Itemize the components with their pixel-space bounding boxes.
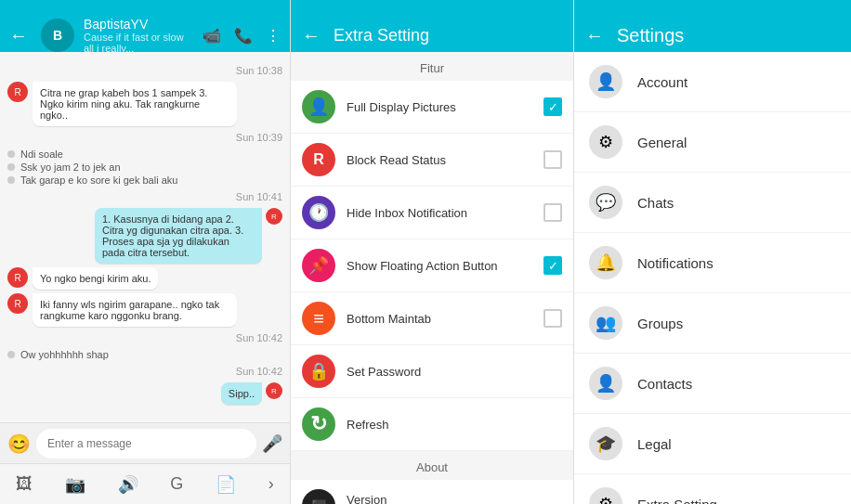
date-separator-4: Sun 10:42	[7, 332, 282, 343]
floating-action-checkbox[interactable]	[543, 256, 562, 275]
display-pictures-label: Full Display Pictures	[347, 100, 532, 114]
chats-label: Chats	[637, 195, 674, 211]
settings-title: Settings	[617, 25, 684, 46]
version-item: ⬛ Version 3.0.1.25	[291, 480, 573, 504]
settings-header: ← Settings	[574, 0, 851, 52]
sent-avatar: R	[266, 208, 282, 225]
set-password-label: Set Password	[347, 365, 562, 379]
bottom-maintab-label: Bottom Maintab	[347, 312, 532, 326]
legal-label: Legal	[637, 436, 672, 452]
message-input[interactable]	[36, 429, 256, 459]
refresh-item[interactable]: ↻ Refresh	[291, 398, 573, 451]
display-pictures-icon: 👤	[302, 90, 335, 123]
settings-item-notifications[interactable]: 🔔 Notifications	[574, 233, 851, 293]
general-label: General	[637, 135, 687, 150]
extra-setting-icon: ⚙	[589, 487, 622, 504]
chat-header-actions: 📹 📞 ⋮	[203, 27, 281, 45]
hide-inbox-checkbox[interactable]	[543, 203, 562, 222]
message-sent: 1. Kasusnya di bidang apa 2. Citra yg di…	[7, 208, 282, 264]
extra-back-button[interactable]: ←	[302, 25, 321, 46]
message-received: R Citra ne grap kabeh bos 1 sampek 3. Ng…	[7, 82, 282, 126]
settings-item-general[interactable]: ⚙ General	[574, 112, 851, 173]
bullet-text: Ndi soale	[20, 149, 63, 160]
bottom-maintab-item[interactable]: ≡ Bottom Maintab	[291, 292, 573, 345]
chat-back-button[interactable]: ←	[9, 25, 28, 46]
settings-panel: ← Settings 👤 Account ⚙ General 💬 Chats 🔔…	[574, 0, 851, 504]
settings-item-extra[interactable]: ⚙ Extra Setting	[574, 474, 851, 504]
settings-back-button[interactable]: ←	[585, 25, 604, 46]
date-separator: Sun 10:38	[7, 65, 282, 76]
google-icon[interactable]: G	[170, 474, 183, 494]
notifications-label: Notifications	[637, 255, 714, 271]
bottom-maintab-icon: ≡	[302, 302, 335, 335]
extra-setting-header: ← Extra Setting	[291, 0, 573, 52]
sent-avatar-2: R	[266, 382, 282, 399]
about-section-label: About	[291, 451, 573, 480]
settings-item-legal[interactable]: 🎓 Legal	[574, 414, 851, 474]
bullet-dot	[7, 150, 15, 158]
display-pictures-checkbox[interactable]	[543, 97, 562, 116]
chat-header: ← B BaptistaYV Cause if it fast or slow …	[0, 0, 290, 52]
settings-item-account[interactable]: 👤 Account	[574, 52, 851, 112]
sent-bubble: 1. Kasusnya di bidang apa 2. Citra yg di…	[95, 208, 262, 264]
block-read-icon: R	[302, 143, 335, 176]
phone-icon[interactable]: 📞	[234, 27, 253, 45]
set-password-icon: 🔒	[302, 355, 335, 388]
bullet-message-3: Tak garap e ko sore ki gek bali aku	[7, 174, 282, 186]
mic-button[interactable]: 🎤	[262, 433, 282, 454]
bullet-message: Ndi soale	[7, 149, 282, 160]
fitur-section-label: Fitur	[291, 52, 573, 81]
set-password-item[interactable]: 🔒 Set Password	[291, 345, 573, 398]
message-bubble-3: Iki fanny wls ngirim garapane.. ngko tak…	[33, 293, 237, 327]
more-options-icon[interactable]: ⋮	[266, 27, 281, 45]
settings-list: 👤 Account ⚙ General 💬 Chats 🔔 Notificati…	[574, 52, 851, 504]
sender-avatar-2: R	[7, 267, 28, 288]
chat-contact-name: BaptistaYV	[84, 17, 193, 32]
chat-contact-status: Cause if it fast or slow all i really...	[84, 32, 193, 54]
chats-icon: 💬	[589, 186, 622, 219]
sent-bubble-2: Sipp..	[221, 382, 262, 405]
bullet-dot-3	[7, 176, 15, 184]
version-label: Version	[347, 493, 386, 505]
block-read-checkbox[interactable]	[543, 150, 562, 169]
audio-icon[interactable]: 🔊	[118, 474, 138, 495]
chat-avatar: B	[41, 19, 74, 52]
bullet-message-4: Ow yohhhhhh shap	[7, 349, 282, 360]
account-label: Account	[637, 74, 687, 90]
settings-item-groups[interactable]: 👥 Groups	[574, 293, 851, 354]
bullet-message-2: Ssk yo jam 2 to jek an	[7, 162, 282, 173]
video-call-icon[interactable]: 📹	[203, 27, 221, 45]
message-sent-2: Sipp.. R	[7, 382, 282, 405]
floating-action-item[interactable]: 📌 Show Floating Action Button	[291, 239, 573, 292]
chat-messages-area: Sun 10:38 R Citra ne grap kabeh bos 1 sa…	[0, 52, 290, 422]
block-read-status-item[interactable]: R Block Read Status	[291, 134, 573, 187]
date-separator-3: Sun 10:41	[7, 191, 282, 202]
date-separator-2: Sun 10:39	[7, 132, 282, 143]
bullet-text-3: Tak garap e ko sore ki gek bali aku	[20, 174, 177, 186]
chat-header-info: BaptistaYV Cause if it fast or slow all …	[84, 17, 193, 54]
settings-item-contacts[interactable]: 👤 Contacts	[574, 354, 851, 414]
bottom-maintab-checkbox[interactable]	[543, 309, 562, 328]
floating-action-label: Show Floating Action Button	[347, 259, 532, 273]
bullet-text-4: Ow yohhhhhh shap	[20, 349, 109, 360]
image-icon[interactable]: 🖼	[16, 474, 33, 494]
version-icon: ⬛	[302, 489, 335, 504]
camera-icon[interactable]: 📷	[65, 474, 85, 495]
general-icon: ⚙	[589, 125, 622, 159]
hide-inbox-item[interactable]: 🕐 Hide Inbox Notification	[291, 187, 573, 239]
hide-inbox-label: Hide Inbox Notification	[347, 206, 532, 220]
message-bubble-2: Yo ngko bengi kirim aku.	[33, 267, 158, 290]
groups-label: Groups	[637, 316, 683, 331]
message-received-2: R Yo ngko bengi kirim aku.	[7, 267, 282, 290]
file-icon[interactable]: 📄	[216, 474, 236, 495]
chat-panel: ← B BaptistaYV Cause if it fast or slow …	[0, 0, 291, 504]
more-icon[interactable]: ›	[268, 474, 274, 494]
extra-setting-content: Fitur 👤 Full Display Pictures R Block Re…	[291, 52, 573, 504]
settings-item-chats[interactable]: 💬 Chats	[574, 173, 851, 233]
emoji-button[interactable]: 😊	[7, 433, 31, 455]
hide-inbox-icon: 🕐	[302, 196, 335, 229]
chat-bottom-bar: 🖼 📷 🔊 G 📄 ›	[0, 463, 290, 504]
display-pictures-item[interactable]: 👤 Full Display Pictures	[291, 81, 573, 134]
date-separator-5: Sun 10:42	[7, 366, 282, 377]
extra-setting-label: Extra Setting	[637, 497, 717, 505]
